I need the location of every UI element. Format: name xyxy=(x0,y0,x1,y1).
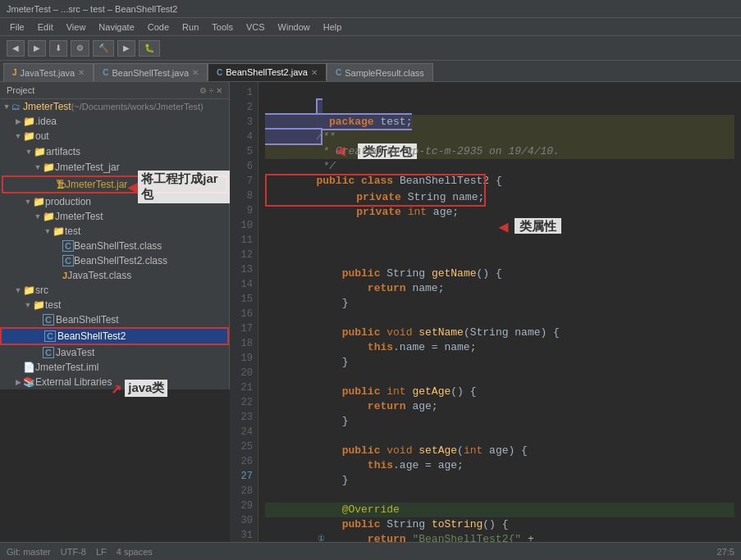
code-line-7: private String name; xyxy=(267,175,484,190)
line-num-22: 22 xyxy=(230,395,258,410)
status-spaces: 4 spaces xyxy=(117,547,153,557)
label-bst2: BeanShellTest2 xyxy=(57,330,126,342)
tab-beanshelltest2[interactable]: C BeanShellTest2.java ✕ xyxy=(208,63,327,81)
menu-window[interactable]: Window xyxy=(272,20,317,34)
line-num-4: 4 xyxy=(230,130,258,144)
line-num-29: 29 xyxy=(230,499,258,513)
code-line-14: public void setName(String name) { xyxy=(265,311,734,326)
toolbar-back[interactable]: ◀ xyxy=(7,40,25,57)
line-num-3: 3 xyxy=(230,115,258,130)
tree-beanshelltest2[interactable]: C BeanShellTest2 xyxy=(0,327,229,345)
line-num-25: 25 xyxy=(230,439,258,454)
label-bst: BeanShellTest xyxy=(56,314,119,326)
tree-out[interactable]: ▼ 📁 out xyxy=(0,129,229,143)
tree-root[interactable]: ▼ 🗂 JmeterTest (~/Documents/works/Jmeter… xyxy=(0,99,229,114)
toolbar-recent[interactable]: ⬇ xyxy=(49,40,67,57)
line-num-23: 23 xyxy=(230,410,258,425)
line-num-12: 12 xyxy=(230,248,258,262)
menu-vcs[interactable]: VCS xyxy=(240,20,272,34)
toolbar-settings[interactable]: ⚙ xyxy=(71,40,89,57)
status-line: 27:5 xyxy=(717,547,734,557)
line-num-21: 21 xyxy=(230,380,258,395)
line-num-9: 9 xyxy=(230,203,258,218)
project-wrapper: Project ⚙ ÷ ✕ ▼ 🗂 JmeterTest (~/Document… xyxy=(0,82,230,542)
menu-code[interactable]: Code xyxy=(141,20,176,34)
tree-beanshelltest[interactable]: C BeanShellTest xyxy=(0,312,229,327)
tab-label-javatest: JavaTest.java xyxy=(21,68,75,78)
label-jmetertest-jar-folder: JmeterTest_jar xyxy=(55,162,120,173)
code-area[interactable]: package test; ◀ 类所在包 /** * Created by yp… xyxy=(258,82,741,542)
tree-idea[interactable]: ▶ 📁 .idea xyxy=(0,114,229,129)
arrow-jmetertest-prod: ▼ xyxy=(33,212,43,221)
label-idea: .idea xyxy=(35,116,57,127)
tree-javatest[interactable]: C JavaTest xyxy=(0,345,229,360)
tree-jmetertest-prod[interactable]: ▼ 📁 JmeterTest xyxy=(0,209,229,224)
icon-bst: C xyxy=(43,314,54,326)
line-num-7: 7 xyxy=(230,174,258,189)
tree-test-prod[interactable]: ▼ 📁 test xyxy=(0,224,229,239)
arrow-production: ▼ xyxy=(23,198,33,206)
line-num-10: 10 xyxy=(230,218,258,233)
tree-src[interactable]: ▼ 📁 src xyxy=(0,283,229,298)
label-test-src: test xyxy=(45,299,61,311)
icon-test-prod: 📁 xyxy=(53,225,65,237)
tab-close-javatest[interactable]: ✕ xyxy=(78,68,85,77)
toolbar: ◀ ▶ ⬇ ⚙ 🔨 ▶ 🐛 xyxy=(0,36,741,61)
menu-run[interactable]: Run xyxy=(176,20,205,34)
tab-close-beanshelltest[interactable]: ✕ xyxy=(192,68,199,77)
line-num-27: 27 xyxy=(230,469,258,484)
code-line-22: public void setAge(int age) { xyxy=(265,429,734,444)
tree-javatest-class[interactable]: J JavaTest.class xyxy=(0,268,229,283)
line-num-20: 20 xyxy=(230,366,258,380)
line-num-26: 26 xyxy=(230,454,258,469)
code-line-26: @Override xyxy=(265,488,734,503)
tree-iml[interactable]: 📄 JmeterTest.iml xyxy=(0,360,229,375)
line-num-31: 31 xyxy=(230,528,258,542)
tab-label-beanshelltest: BeanShellTest.java xyxy=(112,68,189,78)
tab-javatest[interactable]: J JavaTest.java ✕ xyxy=(3,63,94,81)
menu-edit[interactable]: Edit xyxy=(31,20,60,34)
project-panel: Project ⚙ ÷ ✕ ▼ 🗂 JmeterTest (~/Document… xyxy=(0,82,230,389)
arrow-jmetertest-jar-folder: ▼ xyxy=(33,163,43,171)
line-num-1: 1 xyxy=(230,85,258,100)
tree-extlib[interactable]: ▶ 📚 External Libraries xyxy=(0,375,229,389)
menu-view[interactable]: View xyxy=(60,20,93,34)
tree-beanshelltest2-class[interactable]: C BeanShellTest2.class xyxy=(0,253,229,268)
menu-file[interactable]: File xyxy=(3,20,31,34)
code-line-18: public int getAge() { xyxy=(265,370,734,385)
line-num-24: 24 xyxy=(230,425,258,439)
line-num-30: 30 xyxy=(230,513,258,528)
label-bst-class: BeanShellTest.class xyxy=(74,240,162,252)
label-jmetertest-prod: JmeterTest xyxy=(55,211,103,222)
label-artifacts: artifacts xyxy=(46,146,80,157)
icon-jmetertest-prod: 📁 xyxy=(43,211,55,222)
line-num-19: 19 xyxy=(230,351,258,366)
tab-close-beanshelltest2[interactable]: ✕ xyxy=(311,68,318,77)
tree-test-src[interactable]: ▼ 📁 test xyxy=(0,298,229,312)
toolbar-debug[interactable]: 🐛 xyxy=(139,40,160,57)
menu-help[interactable]: Help xyxy=(317,20,349,34)
tab-sampleresult[interactable]: C SampleResult.class xyxy=(327,63,433,81)
tree-production[interactable]: ▼ 📁 production xyxy=(0,194,229,209)
tree-jmetertest-jar[interactable]: 🗜 JmeterTest.jar xyxy=(2,175,227,193)
code-line-10: public String getName() { xyxy=(265,252,734,266)
toolbar-build[interactable]: 🔨 xyxy=(93,40,114,57)
icon-root: 🗂 xyxy=(11,102,21,112)
label-jmetertest-jar: JmeterTest.jar xyxy=(66,179,127,190)
icon-idea: 📁 xyxy=(23,116,35,127)
status-encoding: UTF-8 xyxy=(61,547,86,557)
status-lf: LF xyxy=(96,547,107,557)
main-area: Project ⚙ ÷ ✕ ▼ 🗂 JmeterTest (~/Document… xyxy=(0,82,741,542)
tree-artifacts[interactable]: ▼ 📁 artifacts xyxy=(0,143,229,160)
toolbar-run[interactable]: ▶ xyxy=(117,40,135,57)
title-bar: JmeterTest – ...src – test – BeanShellTe… xyxy=(0,0,741,18)
icon-jt: C xyxy=(43,347,54,358)
tree-jmetertest-jar-folder[interactable]: ▼ 📁 JmeterTest_jar xyxy=(0,160,229,175)
line-num-28: 28 xyxy=(230,484,258,499)
toolbar-forward[interactable]: ▶ xyxy=(28,40,46,57)
menu-navigate[interactable]: Navigate xyxy=(92,20,140,34)
tab-beanshelltest[interactable]: C BeanShellTest.java ✕ xyxy=(94,63,208,81)
menu-tools[interactable]: Tools xyxy=(205,20,240,34)
label-bst2-class: BeanShellTest2.class xyxy=(74,255,167,266)
tree-beanshelltest-class[interactable]: C BeanShellTest.class xyxy=(0,239,229,253)
